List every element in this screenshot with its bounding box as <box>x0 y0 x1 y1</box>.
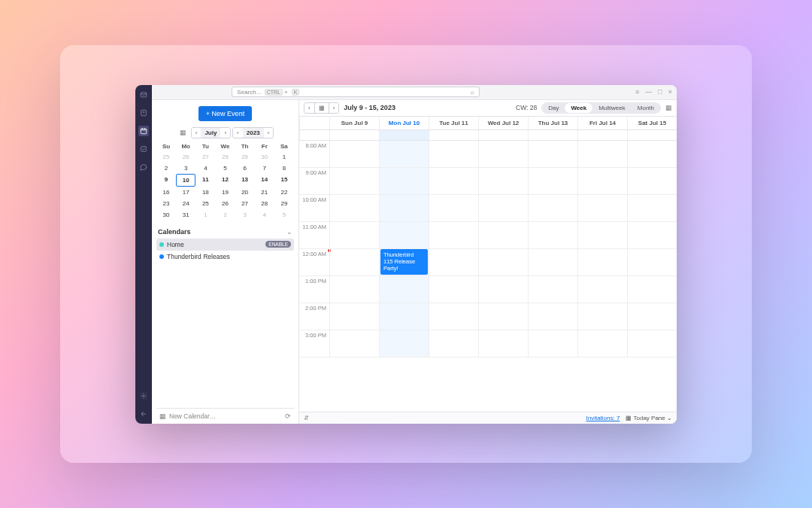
hour-cell[interactable] <box>577 222 627 248</box>
hour-cell[interactable] <box>528 195 577 221</box>
status-expand-icon[interactable]: ⇵ <box>304 415 309 421</box>
month-label[interactable]: July <box>201 128 220 138</box>
calendar-item[interactable]: Thunderbird Releases <box>156 251 294 263</box>
day-header[interactable]: Mon Jul 10 <box>379 117 429 129</box>
mini-cal-day[interactable]: 4 <box>255 209 274 221</box>
mini-cal-day[interactable]: 11 <box>195 174 215 187</box>
mail-icon[interactable] <box>138 90 149 100</box>
minimize-icon[interactable]: — <box>645 88 652 96</box>
hour-cell[interactable] <box>627 276 677 303</box>
mini-cal-day[interactable]: 26 <box>176 151 195 163</box>
prev-week-button[interactable]: ‹ <box>304 103 314 113</box>
mini-cal-day[interactable]: 5 <box>274 209 294 221</box>
mini-cal-day[interactable]: 24 <box>176 198 195 209</box>
hour-cell[interactable] <box>329 330 379 357</box>
view-week[interactable]: Week <box>565 103 592 113</box>
next-week-button[interactable]: › <box>329 103 339 113</box>
hour-cell[interactable] <box>329 276 379 303</box>
next-month-button[interactable]: › <box>220 128 230 138</box>
mini-cal-day[interactable]: 1 <box>274 151 294 163</box>
hour-cell[interactable] <box>478 330 528 357</box>
hour-cell[interactable] <box>429 303 478 330</box>
hour-cell[interactable] <box>627 330 677 357</box>
allday-cell[interactable] <box>577 130 627 140</box>
hour-cell[interactable] <box>528 303 577 330</box>
prev-month-button[interactable]: ‹ <box>192 128 201 138</box>
sync-icon[interactable]: ⟳ <box>285 412 291 420</box>
new-event-button[interactable]: + New Event <box>198 106 252 121</box>
hour-cell[interactable] <box>627 222 677 248</box>
today-icon-button[interactable]: ▦ <box>314 103 329 113</box>
mini-cal-day[interactable]: 22 <box>274 187 294 198</box>
hour-cell[interactable] <box>577 276 627 303</box>
hour-cell[interactable] <box>379 168 429 194</box>
hour-cell[interactable] <box>379 330 429 357</box>
hour-cell[interactable] <box>478 195 528 221</box>
day-header[interactable]: Sat Jul 15 <box>627 117 677 129</box>
hour-cell[interactable] <box>627 168 677 194</box>
hour-cell[interactable] <box>429 222 478 248</box>
mini-cal-day[interactable]: 13 <box>235 174 255 187</box>
mini-cal-day[interactable]: 4 <box>195 163 215 174</box>
hour-cell[interactable] <box>329 249 379 275</box>
maximize-icon[interactable]: □ <box>658 88 662 96</box>
mini-cal-day[interactable]: 27 <box>235 198 255 209</box>
mini-cal-day[interactable]: 25 <box>156 151 176 163</box>
calendar-icon[interactable] <box>138 126 149 136</box>
hour-cell[interactable] <box>528 168 577 194</box>
hour-cell[interactable] <box>478 222 528 248</box>
day-header[interactable]: Wed Jul 12 <box>478 117 528 129</box>
mini-cal-day[interactable]: 28 <box>255 198 274 209</box>
allday-cell[interactable] <box>329 130 379 140</box>
mini-cal-day[interactable]: 10 <box>176 174 195 187</box>
hour-cell[interactable] <box>528 222 577 248</box>
hour-cell[interactable] <box>379 222 429 248</box>
year-label[interactable]: 2023 <box>243 128 264 138</box>
day-header[interactable]: Fri Jul 14 <box>577 117 627 129</box>
new-calendar-button[interactable]: ▦ New Calendar… ⟳ <box>156 408 294 424</box>
hour-cell[interactable] <box>528 141 577 167</box>
tasks-icon[interactable] <box>138 144 149 154</box>
hour-cell[interactable]: Thunderbird 115 Release Party! <box>379 249 429 275</box>
mini-cal-day[interactable]: 15 <box>274 174 294 187</box>
hour-cell[interactable] <box>429 141 478 167</box>
chat-icon[interactable] <box>138 162 149 172</box>
hour-cell[interactable] <box>627 249 677 275</box>
hour-cell[interactable] <box>577 195 627 221</box>
hour-cell[interactable] <box>429 276 478 303</box>
mini-cal-day[interactable]: 17 <box>176 187 195 198</box>
mini-cal-day[interactable]: 26 <box>215 198 235 209</box>
allday-cell[interactable] <box>379 130 429 140</box>
mini-cal-day[interactable]: 3 <box>235 209 255 221</box>
mini-cal-day[interactable]: 27 <box>195 151 215 163</box>
mini-cal-day[interactable]: 8 <box>274 163 294 174</box>
mini-cal-day[interactable]: 5 <box>215 163 235 174</box>
allday-cell[interactable] <box>478 130 528 140</box>
mini-cal-day[interactable]: 2 <box>156 163 176 174</box>
mini-cal-day[interactable]: 3 <box>176 163 195 174</box>
mini-cal-day[interactable]: 14 <box>255 174 274 187</box>
hour-cell[interactable] <box>329 141 379 167</box>
mini-cal-day[interactable]: 30 <box>156 209 176 221</box>
today-pane-button[interactable]: ▦ Today Pane ⌄ <box>626 415 672 421</box>
view-day[interactable]: Day <box>542 103 565 113</box>
mini-cal-day[interactable]: 12 <box>215 174 235 187</box>
mini-cal-day[interactable]: 16 <box>156 187 176 198</box>
enable-badge[interactable]: ENABLE <box>265 241 291 248</box>
calendar-item[interactable]: HomeENABLE <box>156 239 294 251</box>
mini-cal-day[interactable]: 6 <box>235 163 255 174</box>
hour-cell[interactable] <box>329 168 379 194</box>
calendars-collapse-icon[interactable]: ⌄ <box>286 228 292 236</box>
prev-year-button[interactable]: ‹ <box>233 128 243 138</box>
hour-cell[interactable] <box>478 168 528 194</box>
mini-cal-day[interactable]: 1 <box>195 209 215 221</box>
hour-cell[interactable] <box>429 249 478 275</box>
invitations-link[interactable]: Invitations: 7 <box>586 415 620 421</box>
allday-cell[interactable] <box>528 130 577 140</box>
hour-cell[interactable] <box>528 249 577 275</box>
hour-cell[interactable] <box>627 195 677 221</box>
hour-cell[interactable] <box>478 276 528 303</box>
hour-cell[interactable] <box>577 303 627 330</box>
addressbook-icon[interactable] <box>138 108 149 118</box>
hour-cell[interactable] <box>429 195 478 221</box>
